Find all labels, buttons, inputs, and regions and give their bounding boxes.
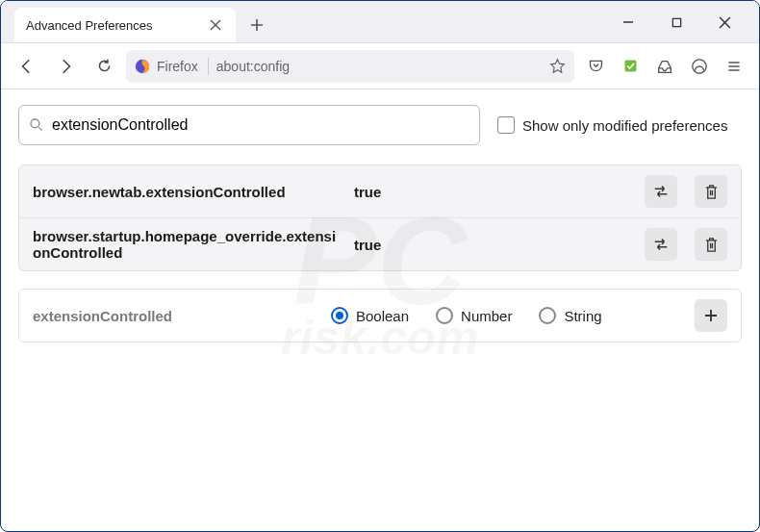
browser-tab[interactable]: Advanced Preferences (14, 8, 236, 42)
radio-label: String (564, 308, 601, 324)
pref-value: true (354, 237, 627, 253)
pref-search-box[interactable] (18, 105, 480, 145)
hamburger-menu-icon[interactable] (719, 51, 749, 82)
window-controls (615, 1, 751, 32)
inbox-icon[interactable] (649, 51, 680, 82)
nav-toolbar: Firefox about:config (1, 43, 759, 89)
show-only-modified-checkbox[interactable]: Show only modified preferences (497, 116, 727, 134)
delete-button[interactable] (695, 228, 727, 261)
pref-value: true (354, 184, 627, 200)
back-button[interactable] (11, 50, 43, 83)
radio-string[interactable]: String (539, 307, 601, 324)
identity-box[interactable]: Firefox (134, 58, 209, 75)
pref-name: browser.newtab.extensionControlled (33, 184, 341, 200)
url-bar[interactable]: Firefox about:config (126, 50, 574, 83)
radio-boolean[interactable]: Boolean (331, 307, 409, 324)
type-radio-group: Boolean Number String (331, 307, 681, 324)
maximize-button[interactable] (663, 13, 690, 32)
tab-title: Advanced Preferences (26, 18, 207, 33)
pref-search-input[interactable] (52, 116, 469, 134)
add-pref-name: extensionControlled (33, 308, 321, 324)
close-tab-icon[interactable] (207, 16, 224, 34)
add-pref-button[interactable] (695, 299, 727, 332)
radio-label: Boolean (356, 308, 409, 324)
identity-label: Firefox (157, 59, 198, 74)
bookmark-star-icon[interactable] (544, 53, 570, 80)
search-icon (29, 117, 44, 133)
pocket-icon[interactable] (580, 51, 611, 82)
firefox-logo-icon (134, 58, 151, 75)
new-tab-button[interactable] (241, 10, 272, 40)
svg-rect-0 (672, 18, 680, 26)
pref-list: browser.newtab.extensionControlled true … (18, 165, 742, 271)
checkbox-icon (497, 116, 515, 134)
pref-row: browser.newtab.extensionControlled true (19, 165, 741, 218)
radio-label: Number (461, 308, 512, 324)
url-text: about:config (216, 59, 536, 74)
toggle-button[interactable] (645, 175, 677, 208)
reload-button[interactable] (88, 50, 120, 83)
radio-icon (436, 307, 453, 324)
radio-icon (331, 307, 348, 324)
svg-rect-2 (624, 61, 636, 72)
svg-point-4 (31, 119, 39, 128)
account-icon[interactable] (684, 51, 715, 82)
page-content: Show only modified preferences browser.n… (1, 89, 759, 358)
checkbox-label: Show only modified preferences (522, 117, 727, 134)
pref-name: browser.startup.homepage_override.extens… (33, 228, 341, 261)
delete-button[interactable] (695, 175, 727, 208)
radio-number[interactable]: Number (436, 307, 512, 324)
forward-button[interactable] (49, 50, 82, 83)
toggle-button[interactable] (645, 228, 677, 261)
radio-icon (539, 307, 556, 324)
titlebar: Advanced Preferences (1, 1, 759, 43)
minimize-button[interactable] (615, 13, 642, 32)
extension-icon[interactable] (615, 51, 646, 82)
pref-row: browser.startup.homepage_override.extens… (19, 218, 741, 270)
close-window-button[interactable] (711, 13, 738, 32)
add-pref-row: extensionControlled Boolean Number Strin… (18, 289, 742, 342)
